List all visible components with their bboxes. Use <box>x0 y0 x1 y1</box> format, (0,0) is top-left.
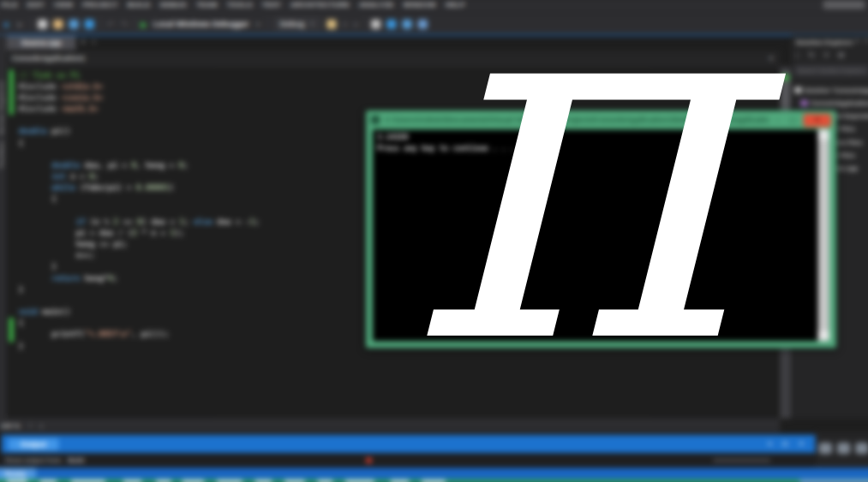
main-toolbar: ◄ ► ↶ ↷ ▶ Local Windows Debugger ▼ Debug… <box>0 14 868 34</box>
code-token: 0.00001 <box>136 183 169 192</box>
menu-item-architecture[interactable]: ARCHITECTURE <box>290 1 350 9</box>
corner-button-icon[interactable] <box>819 443 832 454</box>
menu-item-file[interactable]: FILE <box>2 1 18 9</box>
output-scroll-dashes <box>713 459 770 461</box>
toolbar-misc-icon[interactable]: ⏸ <box>354 19 358 28</box>
solution-explorer-toolbar[interactable]: ⌂ ↻ ≡ ⊞ <box>794 51 847 59</box>
console-window[interactable]: C:\Users\Admin\Documents\Visual Studio 2… <box>366 110 836 348</box>
start-debug-icon[interactable]: ▶ <box>141 19 147 28</box>
nav-scope-dropdown[interactable]: ConsoleApplication1 <box>12 54 86 62</box>
redo-icon[interactable]: ↷ <box>121 19 128 28</box>
menu-bar: FILEEDITVIEWPROJECTBUILDDEBUGTEAMTOOLSTE… <box>0 0 868 14</box>
solution-icon <box>794 87 801 93</box>
output-window-buttons[interactable]: ▾ ⊟ ✕ <box>768 440 808 448</box>
document-tab[interactable]: Source.cpp <box>7 36 76 50</box>
code-token: "%.005f\n" <box>85 330 132 338</box>
corner-button-icon[interactable] <box>837 443 850 454</box>
code-token: ) <box>170 183 174 192</box>
code-token: ) dau = <box>142 217 180 226</box>
tab-pin-icon[interactable]: ▾ <box>81 38 86 46</box>
menu-item-build[interactable]: BUILD <box>128 1 151 9</box>
solution-explorer-title: Solution Explorer <box>795 39 853 46</box>
console-close-button[interactable]: ✕ <box>804 114 831 127</box>
project-icon <box>800 100 807 106</box>
code-token: ; <box>94 172 99 181</box>
menu-item-analyze[interactable]: ANALYZE <box>359 1 393 9</box>
new-file-icon[interactable] <box>38 19 47 28</box>
comment-icon[interactable] <box>386 19 396 28</box>
tab-close-icon[interactable]: × <box>92 38 96 46</box>
code-token: ; <box>184 217 194 226</box>
menu-item-view[interactable]: VIEW <box>54 1 73 9</box>
save-icon[interactable] <box>69 19 78 28</box>
run-button-label[interactable]: Local Windows Debugger <box>153 20 248 28</box>
tree-item-consoleapplication1[interactable]: ConsoleApplication1 <box>791 97 868 110</box>
solution-search-input[interactable] <box>794 65 868 75</box>
tabwell-accent-line <box>0 34 868 36</box>
console-maximize-icon[interactable]: ▢ <box>789 116 797 124</box>
cmd-icon <box>371 116 380 124</box>
code-token: * n + <box>137 229 170 237</box>
indent-icon[interactable] <box>418 19 428 28</box>
toolbar-separator <box>100 18 101 30</box>
zoombar-icons[interactable]: ≡ ▸ <box>29 422 46 430</box>
menu-item-window[interactable]: WINDOW <box>404 1 436 9</box>
zoom-level-dropdown[interactable]: 100 % <box>1 422 21 430</box>
code-token: <conio.h> <box>61 93 103 102</box>
code-token: { <box>51 194 56 203</box>
code-token: if <box>76 217 86 226</box>
navigate-forward-icon[interactable]: ► <box>16 19 25 28</box>
tree-item-solution-consoleapplication1-1[interactable]: Solution 'ConsoleApplication1' (1 projec… <box>791 84 868 97</box>
editor-zoom-bar: 100 % ≡ ▸ <box>0 419 780 432</box>
uncomment-icon[interactable] <box>402 19 411 28</box>
code-token: } <box>51 262 56 271</box>
open-folder-icon[interactable] <box>53 19 63 28</box>
platform-tool-icon[interactable] <box>327 19 337 28</box>
code-token: // Tinh so Pi <box>19 70 80 79</box>
output-tab[interactable]: Output <box>9 437 58 449</box>
error-icon <box>366 457 372 463</box>
save-all-icon[interactable] <box>85 19 94 28</box>
bottom-corner-panel <box>816 432 868 468</box>
output-source-dropdown[interactable]: Build <box>68 456 84 464</box>
corner-button-icon[interactable] <box>855 443 868 454</box>
scroll-up-arrow[interactable] <box>818 129 829 140</box>
console-scrollbar[interactable] <box>818 129 829 341</box>
code-token: #include <box>19 104 61 113</box>
output-panel-content: Show output from: Build <box>2 453 816 467</box>
menu-item-debug[interactable]: DEBUG <box>160 1 187 9</box>
server-explorer-vertical-tab[interactable]: Server Explorer <box>0 80 5 135</box>
find-in-files-icon[interactable] <box>371 19 380 28</box>
menu-item-edit[interactable]: EDIT <box>27 1 45 9</box>
menu-item-tools[interactable]: TOOLS <box>227 1 253 9</box>
toolbar-misc-icon[interactable]: ≡ <box>343 19 348 28</box>
code-token: dau, pi = <box>80 161 131 170</box>
titlebar-user-blob <box>823 0 865 9</box>
menu-item-test[interactable]: TEST <box>262 1 281 9</box>
nav-chevron-icon[interactable]: ▼ <box>768 55 775 62</box>
scroll-down-arrow[interactable] <box>818 330 829 341</box>
code-token: { <box>19 318 23 327</box>
solution-config-dropdown[interactable]: Debug ▼ <box>274 18 321 30</box>
toolbar-separator <box>134 18 135 30</box>
menu-item-project[interactable]: PROJECT <box>83 1 118 9</box>
code-token: } <box>19 342 23 350</box>
undo-icon[interactable]: ↶ <box>107 19 114 28</box>
output-panel-header[interactable]: Output ▾ ⊟ ✕ <box>2 435 816 453</box>
code-token: #include <box>19 82 61 91</box>
menu-item-team[interactable]: TEAM <box>196 1 218 9</box>
panel-window-buttons[interactable]: ▾ ✕ <box>856 38 868 45</box>
toolbox-vertical-tab[interactable]: Toolbox <box>0 140 5 169</box>
code-token: return <box>51 273 80 282</box>
code-token: (n % <box>86 217 114 226</box>
console-minimize-icon[interactable]: – <box>776 116 781 124</box>
console-titlebar[interactable]: C:\Users\Admin\Documents\Visual Studio 2… <box>366 110 836 129</box>
toolbar-separator <box>31 18 32 30</box>
status-text: Ready <box>5 469 26 477</box>
console-output-area: 3.14159Press any key to continue . . . <box>373 129 829 341</box>
navigate-back-icon[interactable]: ◄ <box>2 19 10 28</box>
run-dropdown-chevron-icon[interactable]: ▼ <box>255 19 261 28</box>
menu-item-help[interactable]: HELP <box>446 1 465 9</box>
code-token: <math.h> <box>61 104 99 113</box>
taskbar-sliver <box>0 479 868 482</box>
